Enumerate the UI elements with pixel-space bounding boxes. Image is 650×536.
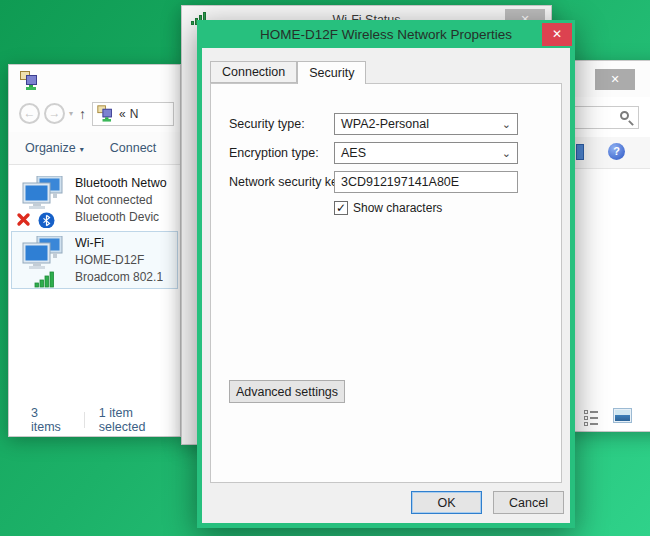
status-bar <box>567 401 650 431</box>
window-titlebar[interactable] <box>9 65 180 95</box>
list-item-bluetooth[interactable]: Bluetooth Netwo Not connected Bluetooth … <box>11 171 178 229</box>
security-type-label: Security type: <box>229 113 305 135</box>
checkbox-checked-icon[interactable]: ✓ <box>334 201 348 215</box>
security-tab-page: Security type: WPA2-Personal ⌄ Encryptio… <box>210 83 562 483</box>
dialog-titlebar[interactable]: HOME-D12F Wireless Network Properties <box>197 20 575 48</box>
computers-icon <box>20 236 66 284</box>
search-input[interactable] <box>573 106 639 129</box>
disconnected-x-icon <box>16 212 31 229</box>
advanced-settings-button[interactable]: Advanced settings <box>229 380 345 403</box>
wifi-signal-icon <box>34 271 56 289</box>
show-characters-label: Show characters <box>353 201 442 215</box>
status-divider <box>84 412 85 428</box>
network-folder-icon <box>97 105 113 121</box>
close-icon[interactable]: ✕ <box>542 23 572 46</box>
details-view-icon[interactable] <box>584 410 598 426</box>
connection-device: Broadcom 802.1 <box>75 269 163 286</box>
up-icon[interactable]: ↑ <box>79 106 86 122</box>
network-connections-window: ← → ▾ ↑ « N Organize▾ Connect <box>8 64 181 437</box>
chevron-down-icon: ⌄ <box>502 118 511 131</box>
network-key-input[interactable] <box>334 171 518 193</box>
security-type-select[interactable]: WPA2-Personal ⌄ <box>334 113 518 135</box>
show-characters-row: ✓ Show characters <box>334 201 442 215</box>
close-icon[interactable]: ✕ <box>595 69 635 90</box>
navigation-bar: ← → ▾ ↑ « N <box>9 95 180 132</box>
back-icon[interactable]: ← <box>19 103 40 124</box>
caret-down-icon: ▾ <box>80 145 84 154</box>
connection-name: Bluetooth Netwo <box>75 174 167 192</box>
status-selected-count: 1 item selected <box>99 406 180 434</box>
right-edge-window: ✕ ? <box>566 60 650 432</box>
list-item-wifi[interactable]: Wi-Fi HOME-D12F Broadcom 802.1 <box>11 231 178 289</box>
forward-icon[interactable]: → <box>44 103 65 124</box>
status-item-count: 3 items <box>31 406 70 434</box>
command-bar: ? <box>567 137 650 169</box>
connection-status: Not connected <box>75 192 167 209</box>
status-bar: 3 items 1 item selected <box>9 404 180 436</box>
address-bar[interactable]: « N <box>92 102 174 126</box>
network-key-label: Network security key <box>229 171 344 193</box>
window-titlebar[interactable]: ✕ <box>567 61 650 97</box>
partial-toolbar-icon[interactable] <box>576 144 584 160</box>
encryption-type-label: Encryption type: <box>229 142 319 164</box>
tab-security[interactable]: Security <box>297 61 366 84</box>
wireless-properties-dialog: HOME-D12F Wireless Network Properties ✕ … <box>197 20 575 528</box>
chevron-down-icon: ⌄ <box>502 147 511 160</box>
ok-button[interactable]: OK <box>411 491 482 514</box>
history-caret-icon[interactable]: ▾ <box>69 109 73 118</box>
network-folder-icon <box>20 71 39 90</box>
connection-ssid: HOME-D12F <box>75 252 163 269</box>
connect-button[interactable]: Connect <box>110 141 157 155</box>
dialog-title: HOME-D12F Wireless Network Properties <box>260 27 512 42</box>
search-icon[interactable] <box>620 111 629 120</box>
breadcrumb-chevrons-icon[interactable]: « <box>119 107 126 121</box>
connection-device: Bluetooth Devic <box>75 209 167 226</box>
cancel-button[interactable]: Cancel <box>493 491 564 514</box>
command-bar: Organize▾ Connect <box>9 132 180 165</box>
bluetooth-icon <box>38 212 55 229</box>
dialog-body: Connection Security Security type: WPA2-… <box>202 48 570 523</box>
thumbnail-view-icon[interactable] <box>613 408 632 423</box>
encryption-type-select[interactable]: AES ⌄ <box>334 142 518 164</box>
computers-icon <box>20 176 66 224</box>
connection-name: Wi-Fi <box>75 234 163 252</box>
organize-menu[interactable]: Organize▾ <box>25 141 84 155</box>
desktop: ← → ▾ ↑ « N Organize▾ Connect <box>0 0 650 536</box>
dialog-buttons: OK Cancel <box>411 491 564 514</box>
tab-connection[interactable]: Connection <box>210 61 297 83</box>
breadcrumb[interactable]: N <box>130 107 139 121</box>
help-icon[interactable]: ? <box>608 143 625 160</box>
connection-list: Bluetooth Netwo Not connected Bluetooth … <box>9 165 180 289</box>
tab-strip: Connection Security <box>210 58 570 83</box>
